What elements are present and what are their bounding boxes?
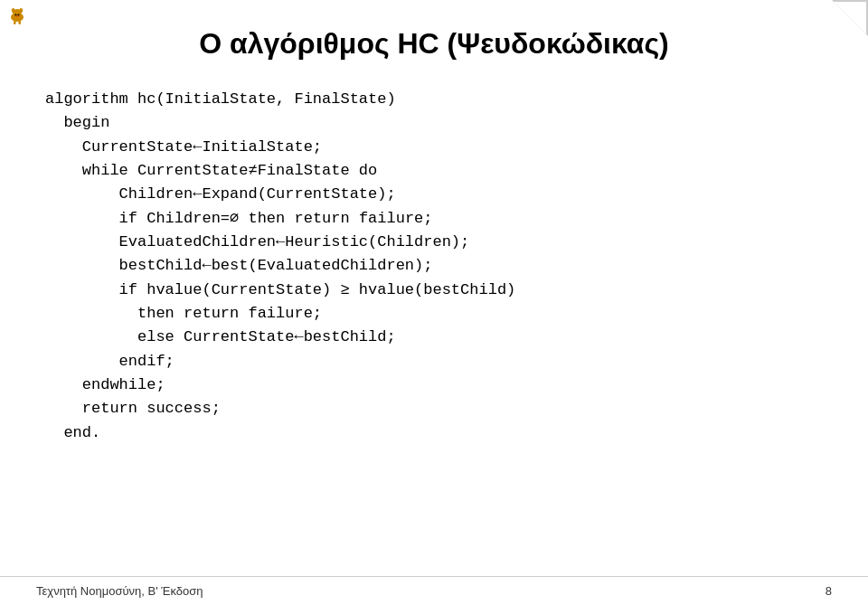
- code-line-3: CurrentState←InitialState;: [45, 136, 832, 159]
- footer-page-number: 8: [826, 584, 832, 598]
- footer: Τεχνητή Νοημοσύνη, Β' Έκδοση 8: [0, 576, 868, 605]
- page-corner: [832, 0, 868, 36]
- code-line-1: algorithm hc(InitialState, FinalState): [45, 88, 832, 111]
- code-line-10: then return failure;: [45, 302, 832, 326]
- slide-title: Ο αλγόριθμος HC (Ψευδοκώδικας): [36, 27, 832, 61]
- code-line-15: end.: [45, 421, 832, 445]
- code-line-11: else CurrentState←bestChild;: [45, 326, 832, 349]
- slide-container: Ο αλγόριθμος HC (Ψευδοκώδικας) algorithm…: [0, 0, 868, 605]
- code-line-9: if hvalue(CurrentState) ≥ hvalue(bestChi…: [45, 279, 832, 302]
- code-block: algorithm hc(InitialState, FinalState) b…: [36, 88, 832, 445]
- code-line-4: while CurrentState≠FinalState do: [45, 159, 832, 183]
- code-line-12: endif;: [45, 350, 832, 373]
- code-line-6: if Children=∅ then return failure;: [45, 207, 832, 231]
- dog-icon: [7, 5, 27, 25]
- code-line-2: begin: [45, 111, 832, 135]
- code-line-13: endwhile;: [45, 373, 832, 397]
- code-line-14: return success;: [45, 397, 832, 421]
- code-line-5: Children←Expand(CurrentState);: [45, 183, 832, 206]
- svg-rect-8: [19, 21, 22, 24]
- svg-point-6: [15, 15, 19, 17]
- footer-left-text: Τεχνητή Νοημοσύνη, Β' Έκδοση: [36, 584, 203, 598]
- code-line-8: bestChild←best(EvaluatedChildren);: [45, 254, 832, 278]
- main-content: Ο αλγόριθμος HC (Ψευδοκώδικας) algorithm…: [0, 0, 868, 576]
- code-line-7: EvaluatedChildren←Heuristic(Children);: [45, 231, 832, 254]
- svg-rect-7: [14, 21, 16, 24]
